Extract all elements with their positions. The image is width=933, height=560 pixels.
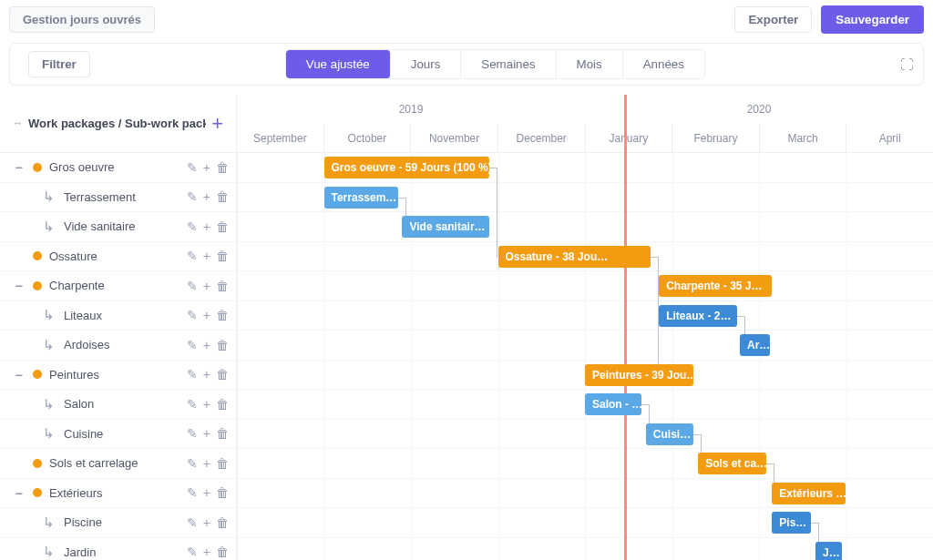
delete-icon[interactable]: 🗑	[216, 367, 229, 382]
task-label: Terrassement	[64, 190, 179, 204]
edit-icon[interactable]: ✎	[187, 338, 198, 352]
gantt-bar-ard[interactable]: Ar…	[740, 334, 770, 356]
gantt-bar-pisc[interactable]: Pis…	[772, 512, 811, 534]
task-row[interactable]: ↳Piscine✎+🗑	[0, 508, 236, 538]
task-label: Sols et carrelage	[49, 456, 179, 470]
add-icon[interactable]: +	[203, 545, 210, 559]
collapse-toggle[interactable]: −	[13, 367, 26, 382]
view-years[interactable]: Années	[623, 50, 704, 78]
task-row[interactable]: ↳Terrassement✎+🗑	[0, 183, 236, 213]
view-weeks[interactable]: Semaines	[461, 50, 556, 78]
view-adjusted[interactable]: Vue ajustée	[286, 50, 391, 78]
year-label: 2020	[585, 95, 933, 124]
delete-icon[interactable]: 🗑	[216, 456, 229, 471]
gantt-bar-peint[interactable]: Peintures - 39 Jou…	[585, 364, 693, 386]
view-months[interactable]: Mois	[557, 50, 623, 78]
child-arrow-icon: ↳	[40, 396, 56, 412]
edit-icon[interactable]: ✎	[187, 485, 198, 500]
child-arrow-icon: ↳	[40, 337, 56, 353]
task-row[interactable]: ↳Liteaux✎+🗑	[0, 301, 236, 331]
gantt-bar-vide[interactable]: Vide sanitair…	[402, 216, 489, 238]
gantt: ↔ Work packages / Sub-work packa + −Gros…	[0, 95, 933, 560]
delete-icon[interactable]: 🗑	[216, 515, 229, 530]
status-dot	[33, 370, 42, 379]
delete-icon[interactable]: 🗑	[216, 426, 229, 441]
task-row[interactable]: ↳Salon✎+🗑	[0, 390, 236, 420]
gantt-bar-sols[interactable]: Sols et ca…	[698, 453, 765, 474]
edit-icon[interactable]: ✎	[187, 279, 198, 293]
task-row[interactable]: −Peintures✎+🗑	[0, 361, 236, 391]
gantt-bar-charp[interactable]: Charpente - 35 J…	[659, 275, 772, 297]
delete-icon[interactable]: 🗑	[216, 485, 229, 500]
task-row[interactable]: ↳Ardoises✎+🗑	[0, 331, 236, 361]
collapse-toggle[interactable]: −	[13, 278, 26, 293]
collapse-toggle[interactable]: −	[13, 485, 26, 501]
add-icon[interactable]: +	[203, 189, 210, 204]
gantt-bar-ossa[interactable]: Ossature - 38 Jou…	[498, 246, 651, 268]
resize-handle-icon[interactable]: ↔	[13, 118, 23, 128]
add-icon[interactable]: +	[203, 397, 210, 412]
add-icon[interactable]: +	[203, 308, 210, 322]
delete-icon[interactable]: 🗑	[216, 219, 229, 234]
page-title[interactable]: Gestion jours ouvrés	[9, 6, 155, 33]
add-icon[interactable]: +	[203, 160, 210, 175]
export-button[interactable]: Exporter	[734, 6, 812, 33]
add-icon[interactable]: +	[203, 485, 210, 500]
delete-icon[interactable]: 🗑	[216, 160, 229, 175]
delete-icon[interactable]: 🗑	[216, 545, 229, 559]
edit-icon[interactable]: ✎	[187, 219, 198, 234]
edit-icon[interactable]: ✎	[187, 397, 198, 412]
edit-icon[interactable]: ✎	[187, 367, 198, 382]
gantt-bar-cuis[interactable]: Cuisi…	[646, 423, 694, 445]
task-row[interactable]: −Gros oeuvre✎+🗑	[0, 153, 236, 183]
task-row[interactable]: ↳Vide sanitaire✎+🗑	[0, 212, 236, 242]
gantt-bar-jard[interactable]: J…	[815, 542, 842, 561]
add-icon[interactable]: +	[203, 426, 210, 441]
delete-icon[interactable]: 🗑	[216, 338, 229, 352]
task-row[interactable]: −Charpente✎+🗑	[0, 271, 236, 301]
edit-icon[interactable]: ✎	[187, 545, 198, 559]
edit-icon[interactable]: ✎	[187, 189, 198, 204]
delete-icon[interactable]: 🗑	[216, 279, 229, 293]
add-icon[interactable]: +	[203, 515, 210, 530]
delete-icon[interactable]: 🗑	[216, 397, 229, 412]
child-arrow-icon: ↳	[40, 514, 56, 531]
task-row[interactable]: ↳Cuisine✎+🗑	[0, 420, 236, 450]
view-days[interactable]: Jours	[391, 50, 462, 78]
view-group: Vue ajustée Jours Semaines Mois Années	[285, 49, 705, 79]
edit-icon[interactable]: ✎	[187, 456, 198, 471]
add-icon[interactable]: +	[203, 279, 210, 293]
delete-icon[interactable]: 🗑	[216, 249, 229, 263]
task-list-title: Work packages / Sub-work packa	[28, 117, 206, 130]
edit-icon[interactable]: ✎	[187, 249, 198, 263]
task-label: Jardin	[64, 545, 179, 559]
edit-icon[interactable]: ✎	[187, 160, 198, 175]
child-arrow-icon: ↳	[40, 219, 56, 235]
gantt-bar-salon[interactable]: Salon - …	[585, 393, 641, 415]
gantt-bar-lit[interactable]: Liteaux - 2…	[659, 305, 737, 327]
edit-icon[interactable]: ✎	[187, 308, 198, 322]
add-icon[interactable]: +	[203, 219, 210, 234]
delete-icon[interactable]: 🗑	[216, 189, 229, 204]
edit-icon[interactable]: ✎	[187, 515, 198, 530]
task-row[interactable]: Ossature✎+🗑	[0, 242, 236, 272]
task-row[interactable]: −Extérieurs✎+🗑	[0, 479, 236, 509]
add-icon[interactable]: +	[203, 367, 210, 382]
gantt-bar-terr[interactable]: Terrassem…	[324, 187, 398, 209]
gantt-bar-ext[interactable]: Extérieurs …	[772, 483, 846, 504]
delete-icon[interactable]: 🗑	[216, 308, 229, 322]
edit-icon[interactable]: ✎	[187, 426, 198, 441]
task-row[interactable]: ↳Jardin✎+🗑	[0, 538, 236, 561]
add-icon[interactable]: +	[203, 249, 210, 263]
fit-icon[interactable]: ⛶	[900, 56, 914, 72]
task-label: Piscine	[64, 515, 179, 529]
add-icon[interactable]: +	[203, 338, 210, 352]
save-button[interactable]: Sauvegarder	[821, 5, 924, 34]
gantt-bar-gros[interactable]: Gros oeuvre - 59 Jours (100 %)	[324, 157, 489, 178]
child-arrow-icon: ↳	[40, 307, 56, 323]
task-row[interactable]: Sols et carrelage✎+🗑	[0, 449, 236, 479]
add-icon[interactable]: +	[203, 456, 210, 471]
filter-button[interactable]: Filtrer	[28, 51, 90, 77]
add-task-button[interactable]: +	[206, 112, 229, 136]
collapse-toggle[interactable]: −	[13, 159, 26, 175]
